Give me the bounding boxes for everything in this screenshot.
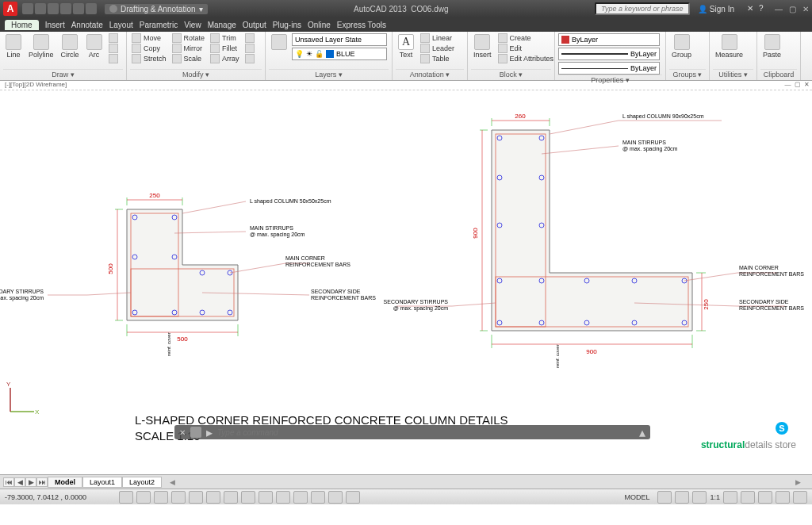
- tpy-toggle[interactable]: [293, 491, 308, 504]
- measure-button[interactable]: Measure: [713, 33, 745, 59]
- circle-button[interactable]: Circle: [59, 33, 82, 59]
- viewcube-min-icon[interactable]: —: [785, 81, 793, 88]
- line-button[interactable]: Line: [3, 33, 24, 59]
- color-select[interactable]: ByLayer: [558, 33, 660, 46]
- panel-groups-title[interactable]: Groups ▾: [669, 69, 706, 79]
- move-button[interactable]: Move: [130, 33, 168, 43]
- panel-block-title[interactable]: Block ▾: [471, 69, 551, 79]
- viewcube-close-icon[interactable]: ✕: [804, 81, 812, 88]
- tab-parametric[interactable]: Parametric: [140, 21, 178, 29]
- panel-properties-title[interactable]: Properties ▾: [558, 75, 662, 84]
- snap-toggle[interactable]: [119, 491, 133, 504]
- ducs-toggle[interactable]: [241, 491, 255, 504]
- panel-layers-title[interactable]: Layers ▾: [269, 69, 389, 79]
- tab-nav-first[interactable]: ⏮: [3, 477, 14, 487]
- create-block-button[interactable]: Create: [496, 33, 556, 43]
- polyline-button[interactable]: Polyline: [26, 33, 56, 59]
- edit-attr-button[interactable]: Edit Attributes: [496, 54, 556, 63]
- otrack-toggle[interactable]: [224, 491, 238, 504]
- cmd-close-icon[interactable]: ✕: [179, 428, 186, 437]
- viewport-label[interactable]: [-][Top][2D Wireframe]: [5, 81, 67, 90]
- hw-toggle[interactable]: [758, 491, 772, 504]
- tab-view[interactable]: View: [184, 21, 201, 29]
- tab-insert[interactable]: Insert: [45, 21, 65, 29]
- ann-toggle[interactable]: [723, 491, 737, 504]
- hscroll-left[interactable]: ◀: [170, 478, 175, 486]
- group-button[interactable]: Group: [669, 33, 694, 59]
- grid-toggle[interactable]: [136, 491, 151, 504]
- help-search-input[interactable]: [595, 2, 690, 15]
- tab-express[interactable]: Express Tools: [337, 21, 386, 29]
- osnap3d-toggle[interactable]: [206, 491, 220, 504]
- stretch-button[interactable]: Stretch: [130, 54, 168, 63]
- tab-plugins[interactable]: Plug-ins: [273, 21, 301, 29]
- draw-extra-2[interactable]: [107, 44, 120, 53]
- command-line[interactable]: ✕ ▸ ▴: [174, 425, 650, 439]
- help-icon[interactable]: ?: [759, 4, 768, 13]
- panel-modify-title[interactable]: Modify ▾: [130, 69, 262, 79]
- sb-qvd-icon[interactable]: [692, 491, 707, 504]
- trim-button[interactable]: Trim: [209, 33, 241, 43]
- draw-extra-3[interactable]: [107, 54, 120, 63]
- signin-button[interactable]: 👤 Sign In: [698, 5, 734, 13]
- tab-layout2[interactable]: Layout2: [122, 477, 162, 488]
- panel-draw-title[interactable]: Draw ▾: [3, 69, 123, 79]
- minimize-button[interactable]: —: [775, 5, 783, 13]
- dyn-toggle[interactable]: [259, 491, 273, 504]
- modify-extra-1[interactable]: [243, 33, 256, 43]
- text-button[interactable]: AText: [396, 33, 416, 59]
- ann-scale[interactable]: 1:1: [710, 493, 720, 501]
- tab-manage[interactable]: Manage: [208, 21, 236, 29]
- mirror-button[interactable]: Mirror: [170, 44, 207, 53]
- tab-nav-last[interactable]: ⏭: [36, 477, 48, 487]
- modify-extra-2[interactable]: [243, 44, 256, 53]
- layer-state-select[interactable]: Unsaved Layer State: [292, 33, 387, 46]
- panel-utilities-title[interactable]: Utilities ▾: [713, 69, 753, 79]
- tab-annotate[interactable]: Annotate: [71, 21, 103, 29]
- workspace-selector[interactable]: Drafting & Annotation ▾: [105, 4, 208, 14]
- tab-nav-next[interactable]: ▶: [25, 477, 36, 487]
- leader-button[interactable]: Leader: [419, 44, 456, 53]
- app-logo[interactable]: A: [3, 2, 17, 16]
- arc-button[interactable]: Arc: [84, 33, 105, 59]
- command-input[interactable]: [217, 428, 634, 437]
- qat-open-icon[interactable]: [35, 3, 46, 14]
- linear-dim-button[interactable]: Linear: [419, 33, 456, 43]
- viewcube-max-icon[interactable]: ▢: [795, 81, 802, 88]
- tab-online[interactable]: Online: [308, 21, 331, 29]
- tab-nav-prev[interactable]: ◀: [14, 477, 25, 487]
- clean-toggle[interactable]: [793, 491, 807, 504]
- fillet-button[interactable]: Fillet: [209, 44, 241, 53]
- qat-print-icon[interactable]: [86, 3, 97, 14]
- sb-layout-icon[interactable]: [657, 491, 672, 504]
- exchange-icon[interactable]: ✕: [747, 4, 756, 13]
- drawing-canvas[interactable]: 250 500 500 reinf. cover L shaped COLUMN…: [0, 90, 812, 474]
- tab-model[interactable]: Model: [48, 477, 82, 488]
- qat-save-icon[interactable]: [48, 3, 59, 14]
- draw-extra-1[interactable]: [107, 33, 120, 43]
- layer-props-button[interactable]: [269, 33, 289, 51]
- table-button[interactable]: Table: [419, 54, 456, 63]
- coords-readout[interactable]: -79.3000, 7.0412 , 0.0000: [5, 493, 116, 501]
- tab-layout1[interactable]: Layout1: [82, 477, 122, 488]
- linetype-select[interactable]: ByLayer: [558, 62, 660, 75]
- insert-block-button[interactable]: Insert: [471, 33, 494, 59]
- layer-current-select[interactable]: 💡 ☀ 🔓 BLUE: [292, 48, 387, 60]
- copy-button[interactable]: Copy: [130, 44, 168, 53]
- close-button[interactable]: ✕: [802, 5, 809, 13]
- hscroll-right[interactable]: ▶: [795, 478, 801, 486]
- qat-undo-icon[interactable]: [60, 3, 71, 14]
- array-button[interactable]: Array: [209, 54, 241, 63]
- qat-redo-icon[interactable]: [73, 3, 84, 14]
- ortho-toggle[interactable]: [154, 491, 168, 504]
- sc-toggle[interactable]: [328, 491, 343, 504]
- iso-toggle[interactable]: [776, 491, 790, 504]
- lwt-toggle[interactable]: [276, 491, 290, 504]
- panel-annotation-title[interactable]: Annotation ▾: [396, 69, 464, 79]
- lineweight-select[interactable]: ByLayer: [558, 48, 660, 60]
- space-toggle[interactable]: MODEL: [619, 493, 654, 501]
- maximize-button[interactable]: ▢: [789, 5, 796, 13]
- qat-new-icon[interactable]: [22, 3, 33, 14]
- scale-button[interactable]: Scale: [170, 54, 207, 63]
- edit-block-button[interactable]: Edit: [496, 44, 556, 53]
